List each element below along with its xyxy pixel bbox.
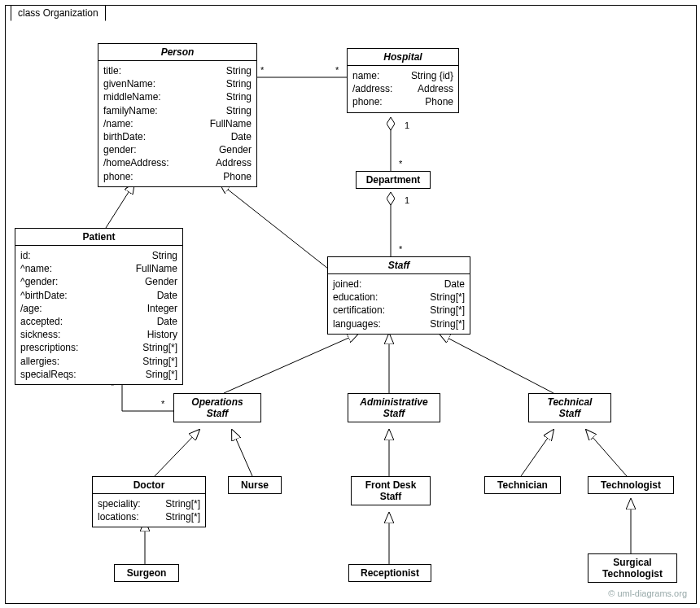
class-person: Person title:StringgivenName:Stringmiddl… (98, 43, 257, 187)
class-person-body: title:StringgivenName:StringmiddleName:S… (98, 61, 256, 186)
mult-person-hospital-right: * (335, 65, 339, 75)
class-technologist: Technologist (588, 476, 674, 494)
class-hospital-body: name:String {id}/address:Addressphone:Ph… (348, 66, 458, 112)
mult-hospital-dept-1: 1 (405, 120, 409, 130)
class-staff-body: joined:Dateeducation:String[*]certificat… (328, 274, 470, 334)
mult-hospital-dept-star: * (399, 159, 402, 168)
svg-line-9 (232, 430, 252, 476)
class-tech: TechnicalStaff (528, 393, 611, 422)
class-department: Department (356, 171, 431, 189)
class-technician-title: Technician (485, 477, 560, 493)
class-tech-title: TechnicalStaff (529, 394, 610, 422)
class-surgtech: SurgicalTechnologist (588, 553, 677, 583)
class-nurse-title: Nurse (229, 477, 281, 493)
svg-line-5 (224, 334, 358, 393)
svg-line-3 (220, 183, 343, 281)
class-staff: Staff joined:Dateeducation:String[*]cert… (327, 256, 470, 335)
class-department-title: Department (357, 172, 430, 188)
class-frontdesk: Front DeskStaff (351, 476, 431, 505)
class-patient: Patient id:String^name:FullName^gender:G… (15, 228, 183, 385)
class-hospital-title: Hospital (348, 49, 458, 66)
class-person-title: Person (98, 44, 256, 61)
mult-person-hospital-left: * (260, 65, 264, 75)
class-nurse: Nurse (228, 476, 282, 494)
class-hospital: Hospital name:String {id}/address:Addres… (347, 48, 459, 113)
class-surgeon: Surgeon (114, 564, 179, 582)
class-surgtech-title: SurgicalTechnologist (588, 554, 676, 582)
svg-line-12 (586, 430, 627, 476)
class-admin: AdministrativeStaff (348, 393, 440, 422)
mult-patient-ops-right: * (161, 399, 164, 409)
class-patient-body: id:String^name:FullName^gender:Gender^bi… (15, 246, 182, 384)
svg-line-11 (521, 430, 553, 476)
svg-line-7 (440, 334, 553, 393)
mult-dept-staff-1: 1 (405, 195, 409, 205)
class-patient-title: Patient (15, 229, 182, 246)
svg-line-8 (155, 430, 199, 476)
svg-line-4 (106, 183, 134, 228)
class-ops-title: OperationsStaff (174, 394, 260, 422)
class-receptionist: Receptionist (348, 564, 431, 582)
class-admin-title: AdministrativeStaff (348, 394, 440, 422)
class-receptionist-title: Receptionist (349, 565, 431, 581)
class-ops: OperationsStaff (173, 393, 261, 422)
class-doctor-body: speciality:String[*]locations:String[*] (93, 494, 205, 527)
class-doctor: Doctor speciality:String[*]locations:Str… (92, 476, 206, 527)
class-technologist-title: Technologist (588, 477, 673, 493)
class-staff-title: Staff (328, 257, 470, 274)
class-surgeon-title: Surgeon (115, 565, 178, 581)
mult-dept-staff-star: * (399, 244, 402, 254)
class-technician: Technician (484, 476, 561, 494)
watermark: © uml-diagrams.org (608, 588, 687, 598)
class-doctor-title: Doctor (93, 477, 205, 494)
class-frontdesk-title: Front DeskStaff (352, 477, 430, 505)
